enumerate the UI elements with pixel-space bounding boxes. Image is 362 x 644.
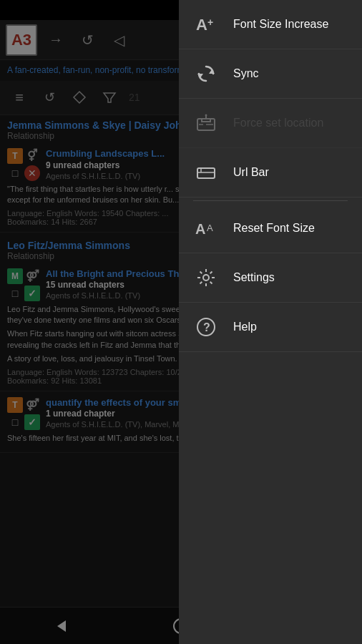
menu-item-font-size-increase[interactable]: A + Font Size Increase <box>179 0 362 49</box>
menu-label-settings: Settings <box>233 271 275 284</box>
svg-line-23 <box>210 272 212 274</box>
menu-item-help[interactable]: ? Help <box>179 303 362 352</box>
menu-label-force-set-location: Force set location <box>233 117 323 130</box>
menu-label-sync: Sync <box>233 67 259 80</box>
menu-label-reset-font-size: Reset Font Size <box>233 222 315 235</box>
settings-icon <box>193 265 219 291</box>
menu-item-settings[interactable]: Settings <box>179 253 362 303</box>
svg-line-22 <box>210 282 212 284</box>
menu-divider <box>193 200 348 201</box>
help-icon: ? <box>193 314 219 340</box>
sync-icon <box>193 61 219 87</box>
svg-text:A: A <box>196 16 207 34</box>
svg-text:A: A <box>207 223 213 233</box>
svg-text:?: ? <box>203 321 210 333</box>
menu-label-font-size-increase: Font Size Increase <box>233 18 328 31</box>
url-bar-icon <box>193 160 219 185</box>
menu-item-force-set-location[interactable]: Force set location <box>179 99 362 148</box>
menu-backdrop[interactable] <box>0 0 179 644</box>
svg-rect-11 <box>197 168 215 178</box>
svg-line-24 <box>200 282 202 284</box>
menu-item-url-bar[interactable]: Url Bar <box>179 148 362 197</box>
svg-point-16 <box>203 275 209 280</box>
svg-point-8 <box>205 114 207 117</box>
menu-label-help: Help <box>233 321 257 333</box>
font-size-increase-icon: A + <box>193 11 219 37</box>
force-set-location-icon <box>193 110 219 136</box>
svg-text:+: + <box>207 16 213 28</box>
overlay-menu: A + Font Size Increase Sync <box>179 0 362 644</box>
menu-item-sync[interactable]: Sync <box>179 49 362 99</box>
menu-label-url-bar: Url Bar <box>233 166 269 179</box>
svg-rect-6 <box>202 119 210 122</box>
svg-line-21 <box>200 272 202 274</box>
reset-font-size-icon: A A <box>193 215 219 241</box>
menu-item-reset-font-size[interactable]: A A Reset Font Size <box>179 204 362 253</box>
svg-text:A: A <box>195 221 205 237</box>
